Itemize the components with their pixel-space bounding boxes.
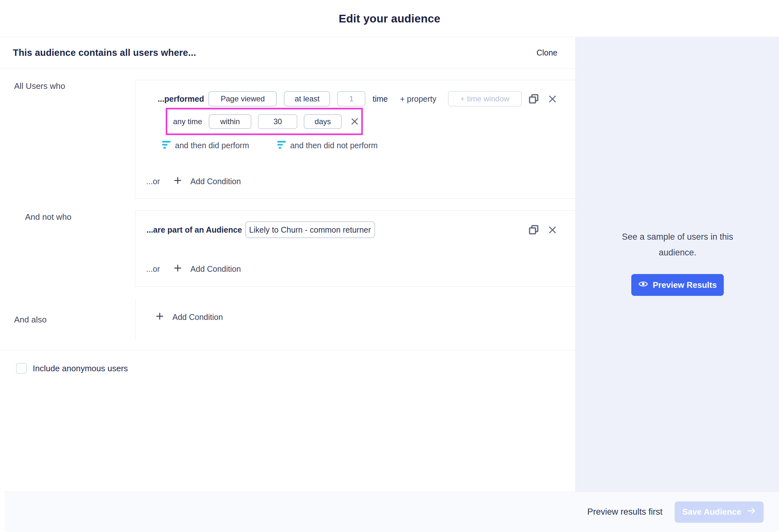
preview-panel: See a sample of users in this audience. … (576, 37, 779, 491)
audience-prefix: ...are part of an Audience (146, 225, 242, 235)
add-condition-label: Add Condition (190, 264, 241, 274)
audience-condition-card: ...are part of an Audience (135, 210, 576, 287)
include-anonymous-label: Include anonymous users (33, 363, 128, 374)
preview-hint: Preview results first (587, 507, 662, 517)
clone-button[interactable]: Clone (537, 48, 557, 57)
sequence-links-row: and then did perform and then did not pe… (162, 140, 576, 151)
row-actions (528, 93, 557, 104)
builder-area: All Users who ...performed Page viewed a… (0, 68, 576, 492)
close-icon[interactable] (548, 95, 557, 103)
remove-time-filter-icon[interactable] (351, 118, 359, 125)
count-suffix: time (372, 94, 387, 104)
preview-message-line2: audience. (576, 245, 779, 261)
plus-icon (174, 264, 182, 274)
then-did-perform-label: and then did perform (175, 141, 249, 150)
preview-message: See a sample of users in this audience. (576, 229, 779, 261)
edit-audience-page: Edit your audience This audience contain… (0, 0, 779, 532)
time-unit-select[interactable]: days (304, 114, 342, 129)
time-window-input[interactable] (448, 91, 522, 107)
arrow-right-icon (746, 506, 756, 518)
save-audience-button[interactable]: Save Audience (675, 502, 764, 523)
add-condition-label: Add Condition (190, 177, 241, 186)
add-condition-label: Add Condition (172, 313, 223, 322)
count-input[interactable] (337, 91, 365, 107)
time-window-filter-highlighted: any time within days (166, 108, 363, 135)
then-did-perform-button[interactable]: and then did perform (162, 140, 249, 151)
page-header: Edit your audience (0, 0, 779, 37)
duplicate-icon[interactable] (528, 93, 539, 104)
audience-builder-panel: This audience contains all users where..… (0, 37, 576, 491)
any-time-label: any time (173, 117, 202, 126)
footer-bar: Preview results first Save Audience (4, 491, 779, 532)
add-condition-button[interactable]: Add Condition (174, 264, 241, 274)
preview-results-label: Preview Results (653, 280, 717, 290)
plus-icon (156, 312, 164, 322)
plus-icon (174, 177, 182, 186)
save-audience-label: Save Audience (682, 507, 741, 517)
then-did-not-perform-button[interactable]: and then did not perform (278, 140, 378, 151)
preview-results-button[interactable]: Preview Results (631, 274, 724, 296)
add-condition-button[interactable]: Add Condition (174, 177, 241, 186)
section-header: This audience contains all users where..… (0, 37, 576, 68)
or-row: ...or Add Condition (146, 264, 576, 274)
close-icon[interactable] (548, 225, 557, 234)
page-title: Edit your audience (339, 12, 440, 25)
add-condition-button-and-also[interactable]: Add Condition (156, 312, 223, 322)
funnel-icon (162, 140, 171, 151)
audience-input[interactable] (245, 221, 375, 238)
or-row: ...or Add Condition (146, 177, 576, 186)
section-divider (0, 350, 576, 350)
event-select[interactable]: Page viewed (208, 91, 277, 107)
and-not-label: And not who (25, 212, 72, 222)
or-label: ...or (146, 177, 160, 186)
then-did-not-perform-label: and then did not perform (290, 141, 378, 150)
row-actions (528, 224, 557, 235)
time-amount-input[interactable] (258, 114, 297, 129)
audience-condition-row: ...are part of an Audience (146, 221, 576, 238)
eye-icon (638, 279, 648, 291)
and-also-divider (135, 299, 135, 340)
within-select[interactable]: within (209, 114, 252, 129)
all-users-label: All Users who (14, 81, 65, 91)
include-anonymous-checkbox[interactable] (16, 363, 27, 374)
performed-condition-card: ...performed Page viewed at least time +… (135, 80, 576, 199)
or-label: ...or (146, 264, 160, 274)
performed-prefix: ...performed (158, 94, 204, 104)
operator-select[interactable]: at least (284, 91, 330, 107)
performed-condition-row: ...performed Page viewed at least time +… (158, 91, 576, 107)
section-title: This audience contains all users where..… (13, 48, 196, 58)
funnel-icon (278, 140, 286, 151)
duplicate-icon[interactable] (528, 224, 539, 235)
preview-message-line1: See a sample of users in this (576, 229, 779, 245)
add-property-button[interactable]: + property (400, 94, 436, 104)
anonymous-users-row: Include anonymous users (16, 363, 128, 374)
and-also-label: And also (14, 315, 47, 325)
